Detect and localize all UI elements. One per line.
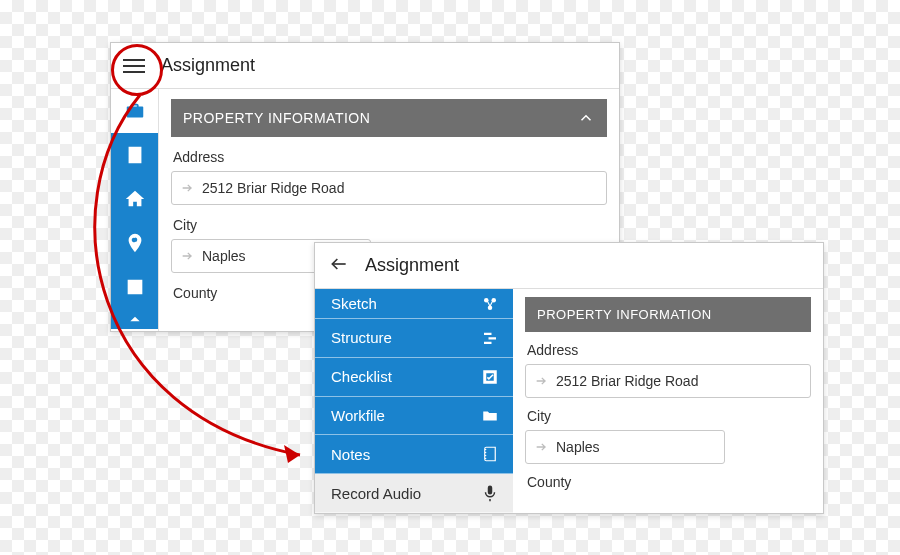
form-panel: PROPERTY INFORMATION Address 2512 Briar …: [513, 289, 823, 513]
form-icon: [124, 144, 146, 166]
drawer-item-workfile[interactable]: Workfile: [315, 397, 513, 436]
arrow-right-icon: [534, 373, 550, 389]
drawer-item-checklist[interactable]: Checklist: [315, 358, 513, 397]
section-header-property[interactable]: PROPERTY INFORMATION: [525, 297, 811, 332]
titlebar: Assignment: [111, 43, 619, 89]
window-expanded: Assignment Sketch Structure Checklist Wo…: [314, 242, 824, 514]
chevron-up-icon: [577, 109, 595, 127]
map-pin-icon: [124, 232, 146, 254]
drawer-label: Structure: [331, 329, 392, 346]
page-title: Assignment: [365, 255, 459, 276]
nav-drawer: Sketch Structure Checklist Workfile Note…: [315, 289, 513, 513]
input-city[interactable]: Naples: [525, 430, 725, 464]
input-value: Naples: [202, 248, 246, 264]
rail-item-form[interactable]: [111, 133, 158, 177]
label-city: City: [173, 217, 607, 233]
drawer-label: Sketch: [331, 295, 377, 312]
label-address: Address: [527, 342, 811, 358]
back-button[interactable]: [329, 254, 349, 278]
home-icon: [124, 188, 146, 210]
input-address[interactable]: 2512 Briar Ridge Road: [171, 171, 607, 205]
label-address: Address: [173, 149, 607, 165]
drawer-label: Checklist: [331, 368, 392, 385]
arrow-right-icon: [534, 439, 550, 455]
checklist-icon: [481, 368, 499, 386]
label-city: City: [527, 408, 811, 424]
input-value: 2512 Briar Ridge Road: [556, 373, 698, 389]
drawer-item-notes[interactable]: Notes: [315, 435, 513, 474]
rail-item-image[interactable]: [111, 265, 158, 309]
drawer-label: Notes: [331, 446, 370, 463]
section-header-property[interactable]: PROPERTY INFORMATION: [171, 99, 607, 137]
chevron-up-icon: [128, 312, 142, 326]
arrow-right-icon: [180, 248, 196, 264]
arrow-left-icon: [329, 254, 349, 274]
section-title: PROPERTY INFORMATION: [183, 110, 370, 126]
arrow-right-icon: [180, 180, 196, 196]
drawer-item-sketch[interactable]: Sketch: [315, 289, 513, 319]
mic-icon: [481, 484, 499, 502]
rail-item-home[interactable]: [111, 177, 158, 221]
input-value: Naples: [556, 439, 600, 455]
drawer-item-structure[interactable]: Structure: [315, 319, 513, 358]
menu-icon[interactable]: [123, 54, 147, 78]
page-title: Assignment: [161, 55, 255, 76]
side-rail: [111, 89, 159, 331]
notes-icon: [481, 445, 499, 463]
input-value: 2512 Briar Ridge Road: [202, 180, 344, 196]
rail-item-location[interactable]: [111, 221, 158, 265]
svg-marker-4: [284, 445, 300, 463]
drawer-item-record-audio[interactable]: Record Audio: [315, 474, 513, 513]
sketch-icon: [481, 295, 499, 313]
rail-item-assignment[interactable]: [111, 89, 158, 133]
structure-icon: [481, 329, 499, 347]
label-county: County: [527, 474, 811, 490]
drawer-label: Record Audio: [331, 485, 421, 502]
rail-item-more[interactable]: [111, 309, 158, 329]
titlebar: Assignment: [315, 243, 823, 289]
image-icon: [124, 276, 146, 298]
input-address[interactable]: 2512 Briar Ridge Road: [525, 364, 811, 398]
briefcase-icon: [124, 100, 146, 122]
drawer-label: Workfile: [331, 407, 385, 424]
folder-icon: [481, 407, 499, 425]
section-title: PROPERTY INFORMATION: [537, 307, 712, 322]
